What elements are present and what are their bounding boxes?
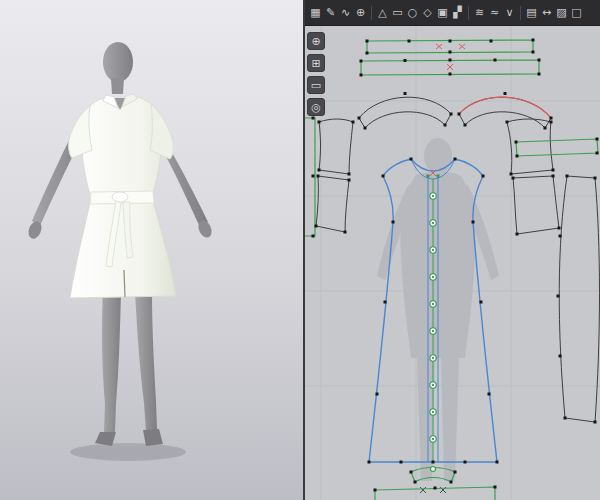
avatar-shadow xyxy=(70,443,186,461)
pattern-piece-dress-front-panel[interactable] xyxy=(368,158,499,464)
focus-tool-icon[interactable]: ◎ xyxy=(307,98,325,116)
pattern-piece-left-edge-strip[interactable] xyxy=(305,117,315,238)
toolbar-separator xyxy=(468,6,469,20)
toolbar-icons: ▦✎∿⊕△▭○◇▣▞≋≈∨▤↔▨□ xyxy=(308,3,584,23)
dart-icon[interactable]: ◇ xyxy=(420,3,435,23)
rectangle-icon[interactable]: ▭ xyxy=(390,3,405,23)
box-select-tool-icon[interactable]: ▭ xyxy=(307,76,325,94)
pattern-piece-waist-tie-1[interactable] xyxy=(366,39,535,55)
placket-button-dot xyxy=(432,195,434,197)
toolbar-separator xyxy=(371,6,372,20)
pattern-piece-bodice-back-right-lower[interactable] xyxy=(512,175,561,236)
garment-design-app: ▦✎∿⊕△▭○◇▣▞≋≈∨▤↔▨□ ⊕⊞▭◎ xyxy=(0,0,600,500)
placket-button-dot xyxy=(432,411,434,413)
side-toolbar: ⊕⊞▭◎ xyxy=(307,32,325,116)
measure-icon[interactable]: ↔ xyxy=(539,3,554,23)
placket-button-dot xyxy=(432,303,434,305)
polygon-icon[interactable]: △ xyxy=(375,3,390,23)
edit-pattern-icon[interactable]: ✎ xyxy=(323,3,338,23)
pattern-piece-sleeve-cap-right[interactable] xyxy=(458,92,553,130)
toolbar-separator xyxy=(520,6,521,20)
transform-pattern-icon[interactable]: ▦ xyxy=(308,3,323,23)
2d-pattern-canvas[interactable]: ⊕⊞▭◎ xyxy=(305,26,600,500)
zoom-tool-icon[interactable]: ⊕ xyxy=(307,32,325,50)
pan-tool-icon[interactable]: ⊞ xyxy=(307,54,325,72)
3d-scene xyxy=(0,0,303,500)
avatar-head xyxy=(103,42,133,82)
edit-curvature-icon[interactable]: ∿ xyxy=(338,3,353,23)
pattern-piece-waist-tie-2[interactable] xyxy=(360,59,541,77)
pattern-svg xyxy=(305,26,600,500)
texture-icon[interactable]: ▨ xyxy=(554,3,569,23)
pattern-toolbar: ▦✎∿⊕△▭○◇▣▞≋≈∨▤↔▨□ xyxy=(305,0,600,26)
pattern-piece-bodice-back-left-upper[interactable] xyxy=(318,119,355,176)
free-sewing-icon[interactable]: ≈ xyxy=(487,3,502,23)
add-point-icon[interactable]: ⊕ xyxy=(353,3,368,23)
placket-button-dot xyxy=(432,438,434,440)
trace-icon[interactable]: ▞ xyxy=(450,3,465,23)
placket-button-dot xyxy=(432,384,434,386)
grading-icon[interactable]: ▤ xyxy=(524,3,539,23)
3d-viewport[interactable] xyxy=(0,0,303,500)
avatar-neck xyxy=(111,78,124,94)
pattern-piece-bodice-back-left-lower[interactable] xyxy=(315,175,351,234)
placket-button-dot xyxy=(432,276,434,278)
placket-button-dot xyxy=(432,222,434,224)
placket-button-dot xyxy=(432,249,434,251)
pattern-piece-sleeve-cap-left[interactable] xyxy=(358,92,453,130)
flatten-icon[interactable]: □ xyxy=(569,3,584,23)
placket-button-dot xyxy=(432,357,434,359)
placket-button-dot xyxy=(432,330,434,332)
pattern-piece-front-facing-strip[interactable] xyxy=(515,138,599,158)
pattern-piece-bodice-back-right-upper[interactable] xyxy=(506,119,555,176)
dress-belt-knot xyxy=(112,192,128,202)
pattern-piece-hem-strip[interactable] xyxy=(374,486,497,500)
circle-icon[interactable]: ○ xyxy=(405,3,420,23)
internal-shape-icon[interactable]: ▣ xyxy=(435,3,450,23)
segment-sewing-icon[interactable]: ≋ xyxy=(472,3,487,23)
notch-icon[interactable]: ∨ xyxy=(502,3,517,23)
2d-pattern-panel: ▦✎∿⊕△▭○◇▣▞≋≈∨▤↔▨□ ⊕⊞▭◎ xyxy=(305,0,600,500)
